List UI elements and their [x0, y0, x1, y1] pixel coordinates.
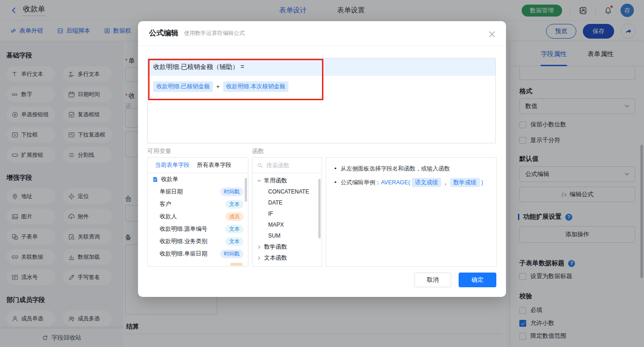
tab-current-form-fields[interactable]: 当前表单字段 — [155, 161, 190, 169]
formula-expression: 收款明细.已核销金额 + 收款明细.本次核销金额 — [148, 76, 495, 97]
variables-caption: 可用变量 — [147, 147, 171, 155]
chevron-down-icon — [257, 179, 261, 183]
function-group-text[interactable]: 文本函数 — [253, 252, 322, 263]
modal-header: 公式编辑 使用数学运算符编辑公式 — [138, 21, 506, 46]
type-badge: 时间戳 — [220, 188, 244, 196]
tip-line-example: • 公式编辑举例：AVERAGE( 语文成绩 ， 数学成绩 ) — [334, 178, 488, 187]
confirm-button[interactable]: 确定 — [459, 273, 496, 287]
function-search-input[interactable] — [265, 162, 317, 169]
tip-example: 公式编辑举例：AVERAGE( 语文成绩 ， 数学成绩 ) — [340, 178, 483, 187]
function-name: AVERAGE( — [381, 179, 410, 186]
variable-item[interactable]: 客户文本 — [148, 198, 248, 210]
function-item[interactable]: DATE — [253, 197, 322, 208]
variables-scrollbar[interactable] — [245, 178, 247, 202]
formula-target: 收款明细.已核销金额（辅助） = — [148, 58, 495, 76]
functions-panel: 常用函数 CONCATENATE DATE IF MAPX SUM 数学函数 文… — [252, 157, 322, 267]
example-chip: 数学成绩 — [450, 178, 480, 187]
type-badge: 文本 — [225, 200, 243, 209]
type-badge: 文本 — [225, 225, 243, 233]
bullet-icon: • — [334, 165, 336, 173]
modal-title: 公式编辑 — [149, 28, 178, 38]
type-badge: 文本 — [225, 237, 243, 246]
form-designer-screen: 收款单 表单设计 表单设置 数据管理 存 表单外链 — [0, 0, 644, 347]
tips-panel: • 从左侧面板选择字段名和函数，或输入函数 • 公式编辑举例：AVERAGE( … — [326, 157, 497, 267]
example-chip: 语文成绩 — [412, 178, 441, 187]
variable-item[interactable]: 收款明细.源单编号文本 — [148, 223, 248, 235]
modal-subtitle: 使用数学运算符编辑公式 — [184, 29, 245, 37]
variables-tabs: 当前表单字段 所有表单字段 — [148, 158, 248, 173]
search-icon — [257, 163, 263, 168]
type-badge: 时间戳 — [220, 250, 244, 258]
type-badge: 成员 — [225, 212, 243, 221]
tab-all-form-fields[interactable]: 所有表单字段 — [197, 161, 231, 169]
formula-editor[interactable]: 收款明细.已核销金额（辅助） = 收款明细.已核销金额 + 收款明细.本次核销金… — [147, 58, 496, 143]
variables-panel: 当前表单字段 所有表单字段 收款单 单据日期时间戳 客户文本 收款人成员 收款明… — [147, 157, 248, 267]
tip-line: • 从左侧面板选择字段名和函数，或输入函数 — [334, 165, 488, 173]
chevron-right-icon — [257, 245, 261, 249]
variable-item[interactable]: 收款明细.业务类别文本 — [148, 235, 248, 248]
function-search — [253, 158, 322, 173]
formula-operand-chip[interactable]: 收款明细.已核销金额 — [153, 81, 213, 92]
function-item[interactable]: SUM — [253, 230, 322, 241]
function-group-math[interactable]: 数学函数 — [253, 241, 322, 252]
variable-item[interactable]: 单据日期时间戳 — [148, 186, 248, 198]
formula-operand-chip[interactable]: 收款明细.本次核销金额 — [223, 81, 288, 92]
variables-root-node[interactable]: 收款单 — [148, 173, 248, 186]
function-close-paren: ) — [481, 179, 483, 186]
function-item[interactable]: CONCATENATE — [253, 186, 322, 197]
function-item[interactable]: MAPX — [253, 219, 322, 230]
cancel-button[interactable]: 取消 — [414, 273, 451, 287]
functions-scrollbar[interactable] — [318, 179, 321, 239]
variable-item[interactable]: 收款人成员 — [148, 210, 248, 223]
document-icon — [152, 176, 158, 182]
function-group-common[interactable]: 常用函数 — [253, 175, 322, 186]
variable-item[interactable]: 收款明细.单据日期时间戳 — [148, 248, 248, 260]
functions-caption: 函数 — [252, 147, 264, 155]
clipped-badge — [230, 263, 242, 266]
formula-operator: + — [216, 83, 220, 90]
close-icon[interactable] — [488, 30, 496, 38]
function-item[interactable]: IF — [253, 208, 322, 219]
formula-edit-modal: 公式编辑 使用数学运算符编辑公式 收款明细.已核销金额（辅助） = 收款明细.已… — [138, 21, 506, 297]
chevron-right-icon — [257, 256, 261, 260]
bullet-icon: • — [334, 178, 336, 187]
